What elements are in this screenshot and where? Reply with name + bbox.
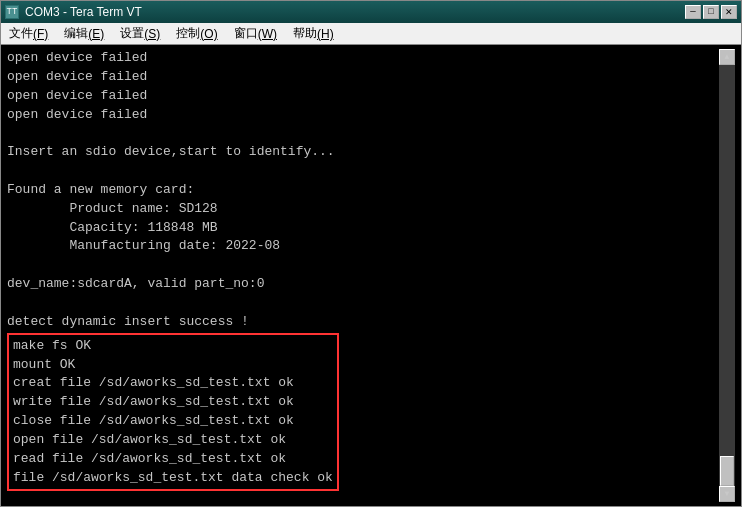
- window-title: COM3 - Tera Term VT: [25, 5, 142, 19]
- line-4: open device failed: [7, 106, 719, 125]
- line-1: open device failed: [7, 49, 719, 68]
- line-8: Found a new memory card:: [7, 181, 719, 200]
- line-14: [7, 294, 719, 313]
- terminal-content: open device failed open device failed op…: [7, 49, 735, 502]
- menu-edit[interactable]: 编辑(E): [56, 23, 112, 44]
- line-7: [7, 162, 719, 181]
- line-13: dev_name:sdcardA, valid part_no:0: [7, 275, 719, 294]
- menu-bar: 文件(F) 编辑(E) 设置(S) 控制(O) 窗口(W) 帮助(H): [1, 23, 741, 45]
- title-bar: TT COM3 - Tera Term VT ─ □ ✕: [1, 1, 741, 23]
- line-11: Manufacturing date: 2022-08: [7, 237, 719, 256]
- terminal-text: open device failed open device failed op…: [7, 49, 719, 502]
- app-icon: TT: [5, 5, 19, 19]
- minimize-button[interactable]: ─: [685, 5, 701, 19]
- line-10: Capacity: 118848 MB: [7, 219, 719, 238]
- line-5: [7, 124, 719, 143]
- red-bordered-box: make fs OK mount OK creat file /sd/awork…: [7, 333, 339, 492]
- line-21: open file /sd/aworks_sd_test.txt ok: [13, 431, 333, 450]
- scroll-thumb[interactable]: [720, 456, 734, 486]
- line-16: make fs OK: [13, 337, 333, 356]
- line-17: mount OK: [13, 356, 333, 375]
- line-12: [7, 256, 719, 275]
- menu-help[interactable]: 帮助(H): [285, 23, 342, 44]
- maximize-button[interactable]: □: [703, 5, 719, 19]
- close-button[interactable]: ✕: [721, 5, 737, 19]
- line-19: write file /sd/aworks_sd_test.txt ok: [13, 393, 333, 412]
- menu-window[interactable]: 窗口(W): [226, 23, 285, 44]
- line-22: read file /sd/aworks_sd_test.txt ok: [13, 450, 333, 469]
- line-3: open device failed: [7, 87, 719, 106]
- line-18: creat file /sd/aworks_sd_test.txt ok: [13, 374, 333, 393]
- line-6: Insert an sdio device,start to identify.…: [7, 143, 719, 162]
- menu-settings[interactable]: 设置(S): [112, 23, 168, 44]
- terminal-area[interactable]: open device failed open device failed op…: [1, 45, 741, 506]
- scroll-track[interactable]: [719, 65, 735, 486]
- window-controls: ─ □ ✕: [685, 5, 737, 19]
- line-2: open device failed: [7, 68, 719, 87]
- line-15: detect dynamic insert success !: [7, 313, 719, 332]
- line-20: close file /sd/aworks_sd_test.txt ok: [13, 412, 333, 431]
- line-23: file /sd/aworks_sd_test.txt data check o…: [13, 469, 333, 488]
- scrollbar[interactable]: ▲ ▼: [719, 49, 735, 502]
- menu-control[interactable]: 控制(O): [168, 23, 225, 44]
- title-bar-left: TT COM3 - Tera Term VT: [5, 5, 142, 19]
- line-9: Product name: SD128: [7, 200, 719, 219]
- terminal-window: TT COM3 - Tera Term VT ─ □ ✕ 文件(F) 编辑(E)…: [0, 0, 742, 507]
- scroll-up-button[interactable]: ▲: [719, 49, 735, 65]
- scroll-down-button[interactable]: ▼: [719, 486, 735, 502]
- menu-file[interactable]: 文件(F): [1, 23, 56, 44]
